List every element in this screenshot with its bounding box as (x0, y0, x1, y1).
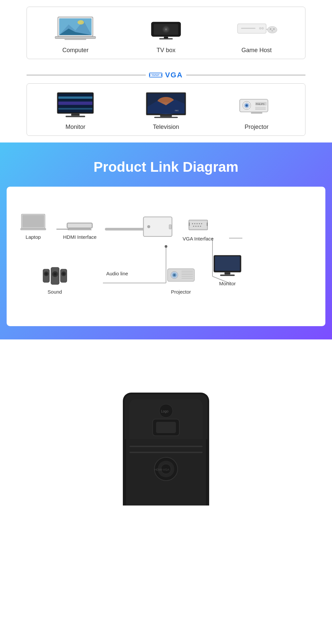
vga-connector-icon (149, 71, 162, 79)
svg-point-33 (153, 75, 153, 76)
svg-rect-37 (149, 74, 150, 76)
svg-rect-120 (220, 275, 235, 276)
svg-rect-23 (272, 30, 272, 32)
svg-rect-77 (22, 215, 44, 227)
svg-point-88 (192, 223, 193, 224)
television-label: Television (153, 124, 179, 131)
svg-rect-12 (164, 37, 168, 38)
svg-point-111 (173, 274, 176, 276)
svg-rect-80 (68, 224, 92, 228)
svg-rect-66 (251, 112, 262, 114)
svg-point-107 (62, 273, 65, 275)
monitor-svg-icon (55, 92, 95, 119)
svg-rect-125 (156, 422, 176, 433)
svg-rect-97 (189, 223, 190, 226)
product-image-svg: Logo HDMI TO VGA HDMI-VGA (83, 366, 249, 506)
svg-point-90 (197, 223, 198, 224)
svg-point-20 (270, 28, 271, 30)
gamehost-label: Game Host (241, 47, 272, 54)
tvbox-device: TV box (133, 14, 199, 54)
svg-point-29 (153, 74, 154, 75)
svg-rect-84 (169, 225, 171, 229)
hdmi-label: HDMI Interface (63, 234, 97, 240)
projector-output-label: Projector (171, 289, 191, 295)
svg-rect-87 (190, 221, 207, 229)
svg-point-91 (199, 223, 200, 224)
svg-text:nec: nec (175, 109, 179, 112)
svg-marker-81 (68, 228, 92, 230)
svg-point-17 (259, 27, 261, 29)
vga-header: VGA (27, 71, 305, 79)
television-svg-icon: nec (144, 92, 188, 119)
vga-output-section: VGA Monitor (0, 66, 332, 142)
svg-rect-119 (224, 272, 230, 275)
audio-label: Audio line (106, 271, 128, 276)
projector-device: PHILIPS Projector (223, 90, 290, 131)
projector-svg-icon: PHILIPS (237, 93, 277, 118)
vga-device-row: Monitor nec Television (27, 83, 305, 136)
svg-rect-5 (55, 37, 96, 39)
diag-vga-interface: VGA Interface (183, 218, 213, 241)
vga-label: VGA (165, 71, 183, 79)
svg-rect-38 (161, 74, 162, 76)
svg-rect-78 (21, 228, 46, 230)
svg-point-31 (157, 74, 157, 75)
tvbox-label: TV box (156, 47, 175, 54)
svg-point-28 (152, 74, 153, 75)
input-devices-section: Computer TV box (0, 0, 332, 66)
svg-point-21 (273, 28, 274, 30)
television-icon-area: nec (139, 90, 193, 120)
projector-label: Projector (245, 124, 269, 131)
svg-rect-53 (154, 117, 178, 118)
television-device: nec Television (133, 90, 199, 131)
product-image-section: Logo HDMI TO VGA HDMI-VGA (0, 339, 332, 506)
vga-line-left (27, 75, 146, 75)
svg-point-93 (193, 226, 194, 227)
monitor-icon-area (49, 90, 102, 120)
tvbox-icon (139, 14, 193, 44)
input-device-row: Computer TV box (27, 7, 305, 59)
svg-rect-131 (129, 446, 203, 447)
diagram-box: Laptop HDMI Interface (7, 187, 325, 326)
vga-line-right (186, 75, 305, 75)
svg-point-95 (198, 226, 199, 227)
diagram-content: Laptop HDMI Interface (17, 200, 315, 313)
laptop-label: Laptop (26, 234, 41, 240)
svg-rect-6 (65, 39, 86, 40)
svg-point-89 (194, 223, 195, 224)
gamehost-icon (230, 14, 283, 44)
diag-laptop: Laptop (20, 213, 46, 240)
sound-label: Sound (47, 289, 62, 295)
svg-rect-13 (159, 38, 173, 39)
computer-device: Computer (42, 14, 109, 54)
gamehost-device: Game Host (223, 14, 290, 54)
svg-point-18 (262, 27, 264, 29)
svg-point-4 (78, 20, 84, 25)
computer-label: Computer (62, 47, 89, 54)
diag-monitor-output: Monitor (212, 255, 242, 286)
svg-point-92 (201, 223, 202, 224)
svg-rect-52 (160, 115, 172, 117)
svg-point-32 (158, 74, 159, 75)
diag-converter-box (143, 216, 173, 237)
svg-text:Logo: Logo (161, 410, 169, 413)
monitor-device: Monitor (42, 90, 109, 131)
computer-icon (49, 14, 102, 44)
monitor-output-label: Monitor (219, 281, 236, 286)
svg-point-35 (156, 75, 157, 76)
svg-point-104 (53, 273, 56, 276)
diag-sound: Sound (42, 266, 68, 295)
svg-point-94 (195, 226, 196, 227)
svg-rect-98 (207, 223, 208, 226)
svg-rect-44 (71, 114, 80, 116)
svg-text:HDMI-VGA: HDMI-VGA (154, 468, 169, 471)
svg-point-96 (200, 226, 201, 227)
monitor-label: Monitor (65, 124, 85, 131)
svg-point-11 (165, 28, 167, 31)
svg-point-75 (165, 245, 167, 248)
vga-iface-label: VGA Interface (183, 236, 213, 241)
svg-point-85 (147, 225, 150, 228)
svg-rect-132 (129, 452, 203, 453)
svg-point-60 (246, 104, 247, 106)
svg-text:PHILIPS: PHILIPS (256, 103, 265, 105)
